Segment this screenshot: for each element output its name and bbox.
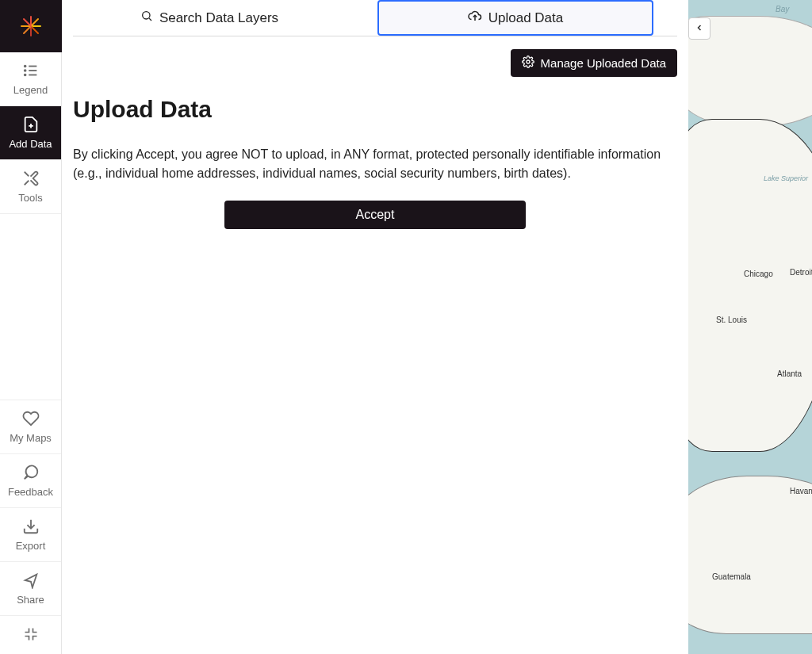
sidebar-item-label: Share	[17, 594, 44, 606]
sidebar-item-export[interactable]: Export	[0, 507, 61, 561]
sidebar-item-share[interactable]: Share	[0, 561, 61, 615]
svg-line-18	[149, 18, 151, 21]
chat-icon	[22, 462, 40, 483]
accept-button[interactable]: Accept	[224, 201, 526, 229]
map-city-label: Detroit	[790, 268, 812, 277]
sidebar-item-add-data[interactable]: Add Data	[0, 106, 61, 160]
sidebar-item-label: Legend	[13, 84, 48, 96]
map-city-label: St. Louis	[716, 316, 747, 324]
tab-search-data-layers[interactable]: Search Data Layers	[73, 0, 346, 36]
map-lake-label: Lake Superior	[764, 174, 808, 182]
map-city-label: Havana	[790, 487, 812, 495]
share-icon	[22, 570, 40, 591]
map-pane[interactable]: Bay Lake Superior Chicago Detroit St. Lo…	[688, 0, 812, 654]
svg-point-10	[24, 70, 25, 71]
heart-icon	[22, 408, 40, 429]
upload-disclaimer: By clicking Accept, you agree NOT to upl…	[73, 145, 677, 183]
tools-icon	[22, 168, 40, 189]
sidebar-item-legend[interactable]: Legend	[0, 52, 61, 106]
sidebar-item-feedback[interactable]: Feedback	[0, 453, 61, 507]
map-water-label: Bay	[776, 5, 789, 13]
svg-line-1	[31, 19, 38, 26]
sidebar-item-label: Feedback	[8, 486, 53, 498]
manage-row: Manage Uploaded Data	[62, 36, 688, 77]
sidebar-item-label: Add Data	[9, 138, 52, 150]
svg-point-12	[24, 75, 25, 76]
sidebar-item-label: My Maps	[10, 432, 52, 444]
map-landmass	[688, 476, 812, 634]
tab-label: Upload Data	[488, 10, 564, 26]
collapse-panel-button[interactable]	[688, 17, 710, 40]
spark-logo-icon	[17, 12, 45, 40]
svg-point-17	[143, 12, 150, 19]
sidebar: Legend Add Data Tools My Maps Feedback	[0, 0, 62, 654]
search-icon	[140, 10, 153, 26]
sidebar-item-label: Tools	[18, 192, 42, 204]
sidebar-item-tools[interactable]: Tools	[0, 160, 61, 214]
tab-bar: Search Data Layers Upload Data	[73, 0, 677, 36]
svg-line-7	[24, 19, 31, 26]
list-icon	[22, 60, 40, 81]
svg-line-5	[24, 26, 31, 33]
sidebar-item-my-maps[interactable]: My Maps	[0, 400, 61, 453]
manage-button-label: Manage Uploaded Data	[541, 56, 666, 70]
svg-point-8	[24, 66, 25, 67]
add-file-icon	[22, 114, 40, 135]
sidebar-item-fullscreen[interactable]	[0, 615, 61, 654]
main-panel: Search Data Layers Upload Data Manage Up…	[62, 0, 688, 654]
map-city-label: Chicago	[744, 270, 773, 278]
upload-content: Upload Data By clicking Accept, you agre…	[62, 77, 688, 248]
chevron-left-icon	[695, 22, 704, 35]
manage-uploaded-data-button[interactable]: Manage Uploaded Data	[511, 49, 677, 77]
sidebar-spacer	[0, 214, 61, 400]
map-landmass	[688, 119, 812, 452]
sidebar-item-label: Export	[16, 540, 46, 552]
sidebar-bottom-group: My Maps Feedback Export Share	[0, 400, 61, 654]
map-city-label: Guatemala	[712, 572, 751, 581]
exit-fullscreen-icon	[23, 624, 39, 644]
cloud-upload-icon	[468, 9, 482, 27]
tab-label: Search Data Layers	[159, 10, 278, 26]
download-icon	[22, 516, 40, 537]
svg-line-3	[31, 26, 38, 33]
svg-point-20	[527, 60, 530, 63]
map-city-label: Atlanta	[777, 369, 802, 378]
app-logo[interactable]	[0, 0, 62, 52]
gear-icon	[522, 55, 534, 71]
tab-upload-data[interactable]: Upload Data	[377, 0, 653, 36]
page-title: Upload Data	[73, 96, 677, 123]
